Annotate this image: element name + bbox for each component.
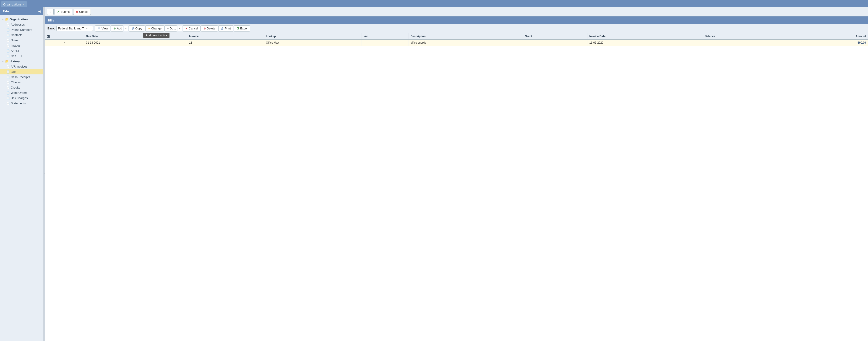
cell-description: office supplie [409, 39, 523, 46]
bills-title: Bills [48, 19, 54, 22]
organizations-tab[interactable]: Organizations × [1, 1, 27, 7]
sidebar-item-ar-invoices[interactable]: 📄 A/R Invoices [0, 64, 43, 69]
submit-label: Submit [60, 10, 69, 13]
do-dropdown-arrow[interactable]: ▼ [178, 26, 182, 31]
change-button[interactable]: ✏ Change [145, 25, 164, 31]
sidebar-item-ar-invoices-label: A/R Invoices [11, 65, 27, 68]
cell-due-date: 01-13-2021 [84, 39, 187, 46]
help-button[interactable]: ? [47, 9, 54, 15]
sidebar-tree: ▼ 📁 Organization 📄 Addresses 📄 Phone Num… [0, 15, 43, 341]
bank-bar: Bank: Federal Bank and T ▼ 👁 View ⊕ Add … [45, 24, 868, 33]
table-cancel-button[interactable]: ✖ Cancel [183, 25, 200, 31]
doc-icon: 📄 [6, 39, 10, 42]
doc-icon: 📄 [6, 49, 10, 53]
organization-parent[interactable]: ▼ 📁 Organization [0, 17, 43, 22]
sidebar-item-cash-receipts[interactable]: 📄 Cash Receipts [0, 75, 43, 80]
sidebar-item-cr-eft[interactable]: 📄 C/R EFT [0, 53, 43, 59]
excel-icon: 🗒 [236, 27, 239, 30]
sidebar-item-notes[interactable]: 📄 Notes [0, 38, 43, 43]
submit-button[interactable]: ✔ Submit [55, 9, 72, 15]
col-header-due-date[interactable]: Due Date ↓ [84, 33, 187, 39]
doc-icon: 📄 [6, 55, 10, 58]
add-button[interactable]: ⊕ Add [111, 25, 123, 31]
sidebar-item-images[interactable]: 📄 Images [0, 43, 43, 48]
bank-select[interactable]: Federal Bank and T ▼ [56, 26, 93, 31]
sidebar-header: Tabs ◀ [0, 7, 43, 15]
sidebar-item-statements-label: Statements [11, 102, 26, 105]
view-icon: 👁 [98, 27, 101, 30]
sidebar-item-addresses[interactable]: 📄 Addresses [0, 22, 43, 27]
sidebar-item-ub-charges-label: U/B Charges [11, 96, 28, 100]
excel-button[interactable]: 🗒 Excel [234, 25, 250, 31]
sidebar-item-credits-label: Credits [11, 86, 20, 89]
bank-value: Federal Bank and T [58, 27, 84, 30]
tab-label: Organizations [3, 3, 22, 6]
col-header-balance[interactable]: Balance [703, 33, 786, 39]
sidebar-item-statements[interactable]: 📄 Statements [0, 101, 43, 106]
add-dropdown-arrow[interactable]: ▼ [124, 26, 128, 31]
cell-invoice: 11 [187, 39, 264, 46]
col-header-lookup[interactable]: Lookup [264, 33, 362, 39]
history-group: ▼ 📁 History 📄 A/R Invoices 📄 Bills 📄 Cas… [0, 59, 43, 106]
sidebar-item-bills[interactable]: 📄 Bills [0, 69, 43, 75]
sidebar-item-ap-eft-label: A/P EFT [11, 49, 22, 53]
sidebar-item-contacts[interactable]: 📄 Contacts [0, 32, 43, 38]
cancel-button[interactable]: ✖ Cancel [73, 9, 91, 15]
col-header-invoice-date[interactable]: Invoice Date [587, 33, 703, 39]
org-arrow-icon: ▼ [2, 18, 4, 21]
sidebar-item-ub-charges[interactable]: 📄 U/B Charges [0, 95, 43, 101]
tab-close-icon[interactable]: × [23, 3, 24, 6]
history-label: History [9, 60, 20, 63]
sidebar-item-checks[interactable]: 📄 Checks [0, 80, 43, 85]
col-header-st: St [45, 33, 84, 39]
do-button[interactable]: ≡ Do... [164, 25, 177, 31]
do-label: Do... [170, 27, 176, 30]
doc-icon: 📄 [6, 28, 10, 31]
cell-st: ✓ [45, 39, 84, 46]
copy-icon: 🗐 [131, 27, 134, 30]
doc-icon: 📄 [6, 70, 10, 74]
cancel-label: Cancel [79, 10, 88, 13]
excel-label: Excel [240, 27, 248, 30]
print-button[interactable]: 🖨 Print [218, 25, 234, 31]
cancel-icon: ✖ [76, 10, 78, 13]
sidebar-item-ap-eft[interactable]: 📄 A/P EFT [0, 48, 43, 53]
col-header-invoice[interactable]: Invoice [187, 33, 264, 39]
sidebar-item-work-orders-label: Work Orders [11, 91, 27, 94]
doc-icon: 📄 [6, 23, 10, 26]
doc-icon: 📄 [6, 86, 10, 89]
view-button[interactable]: 👁 View [95, 25, 111, 31]
doc-icon: 📄 [6, 81, 10, 84]
bank-label: Bank: [48, 27, 55, 30]
col-header-description[interactable]: Description [409, 33, 523, 39]
delete-button[interactable]: ⊖ Delete [201, 25, 218, 31]
org-folder-icon: 📁 [5, 18, 9, 21]
bank-toolbar: 👁 View ⊕ Add ▼ 🗐 Copy ✏ Change ≡ [95, 25, 250, 31]
copy-button[interactable]: 🗐 Copy [129, 25, 145, 31]
add-icon: ⊕ [113, 27, 116, 30]
cell-balance [703, 39, 786, 46]
col-header-grant[interactable]: Grant [523, 33, 587, 39]
sidebar-item-checks-label: Checks [11, 81, 21, 84]
sidebar-item-work-orders[interactable]: 📄 Work Orders [0, 90, 43, 95]
sidebar-item-images-label: Images [11, 44, 21, 47]
delete-icon: ⊖ [204, 27, 206, 30]
add-label: Add [117, 27, 122, 30]
sidebar-title: Tabs [3, 9, 9, 13]
col-header-vendor[interactable]: Ver [362, 33, 409, 39]
print-icon: 🖨 [221, 27, 224, 30]
table-header-row: St Due Date ↓ Invoice Lookup Ver Descrip… [45, 33, 868, 39]
do-icon: ≡ [167, 27, 169, 30]
org-label: Organization [9, 18, 28, 21]
sidebar-resize-handle[interactable]: ⋮ [43, 7, 45, 341]
copy-label: Copy [135, 27, 142, 30]
table-row[interactable]: ✓ 01-13-2021 11 Office Max office suppli… [45, 39, 868, 46]
history-parent[interactable]: ▼ 📁 History [0, 59, 43, 64]
collapse-arrow-icon[interactable]: ◀ [38, 10, 40, 13]
cell-amount: 500.00 [786, 39, 868, 46]
change-icon: ✏ [148, 27, 150, 30]
table-cancel-icon: ✖ [185, 27, 188, 30]
sidebar-item-phone-numbers[interactable]: 📄 Phone Numbers [0, 27, 43, 32]
col-header-amount[interactable]: Amount [786, 33, 868, 39]
sidebar-item-credits[interactable]: 📄 Credits [0, 85, 43, 90]
